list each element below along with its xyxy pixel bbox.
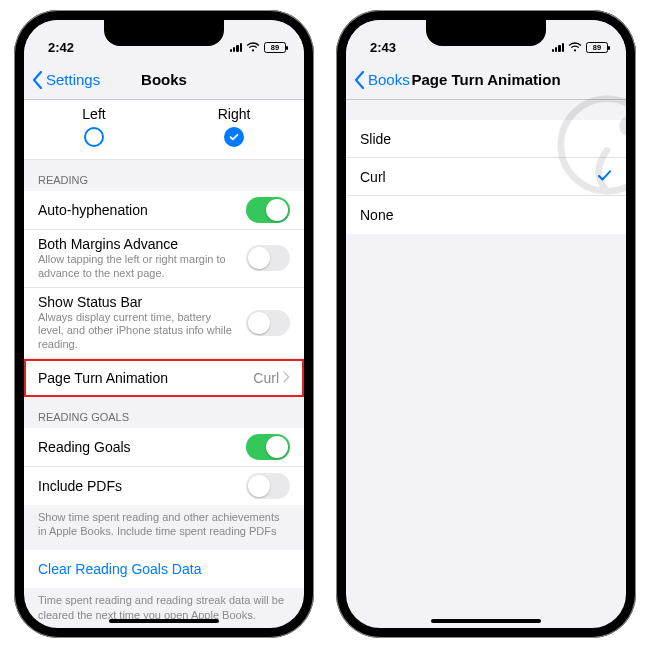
row-include-pdfs[interactable]: Include PDFs: [24, 467, 304, 505]
wifi-icon: [568, 42, 582, 53]
row-auto-hyphenation[interactable]: Auto-hyphenation: [24, 191, 304, 230]
wifi-icon: [246, 42, 260, 53]
svg-point-1: [619, 116, 626, 136]
row-page-turn-animation[interactable]: Page Turn Animation Curl: [24, 359, 304, 397]
back-button[interactable]: Settings: [32, 71, 100, 89]
tap-area-left-label: Left: [24, 106, 164, 122]
tap-area-right[interactable]: Right: [164, 106, 304, 147]
watermark-icon: [552, 90, 626, 200]
status-time: 2:42: [48, 40, 74, 55]
chevron-right-icon: [283, 370, 290, 386]
toggle-reading-goals[interactable]: [246, 434, 290, 460]
phone-left: 2:42 89 Settings Books Left Right: [14, 10, 314, 638]
section-header-reading: READING: [24, 160, 304, 191]
home-indicator[interactable]: [431, 619, 541, 623]
back-button[interactable]: Books: [354, 71, 410, 89]
chevron-left-icon: [32, 71, 43, 89]
row-reading-goals[interactable]: Reading Goals: [24, 428, 304, 467]
tap-area-segment: Left Right: [24, 100, 304, 160]
footer-clear: Time spent reading and reading streak da…: [24, 588, 304, 622]
footer-goals: Show time spent reading and other achiev…: [24, 505, 304, 539]
section-header-goals: READING GOALS: [24, 397, 304, 428]
nav-bar: Settings Books: [24, 60, 304, 100]
settings-scroll[interactable]: Left Right READING Auto-hyphenation Both…: [24, 100, 304, 628]
back-label: Settings: [46, 71, 100, 88]
tap-area-left[interactable]: Left: [24, 106, 164, 147]
cellular-icon: [230, 42, 242, 52]
notch: [426, 20, 546, 46]
cellular-icon: [552, 42, 564, 52]
back-label: Books: [368, 71, 410, 88]
status-time: 2:43: [370, 40, 396, 55]
battery-icon: 89: [586, 42, 608, 53]
toggle-show-status-bar[interactable]: [246, 310, 290, 336]
svg-point-0: [561, 99, 626, 191]
row-both-margins[interactable]: Both Margins Advance Allow tapping the l…: [24, 230, 304, 288]
page-turn-value: Curl: [253, 370, 279, 386]
check-icon: [228, 131, 240, 143]
toggle-both-margins[interactable]: [246, 245, 290, 271]
tap-area-right-label: Right: [164, 106, 304, 122]
toggle-include-pdfs[interactable]: [246, 473, 290, 499]
row-clear-goals[interactable]: Clear Reading Goals Data: [24, 550, 304, 588]
home-indicator[interactable]: [109, 619, 219, 623]
notch: [104, 20, 224, 46]
chevron-left-icon: [354, 71, 365, 89]
row-show-status-bar[interactable]: Show Status Bar Always display current t…: [24, 288, 304, 359]
option-none[interactable]: None: [346, 196, 626, 234]
phone-right: 2:43 89 Books Page Turn Animation Slide: [336, 10, 636, 638]
battery-icon: 89: [264, 42, 286, 53]
toggle-auto-hyphenation[interactable]: [246, 197, 290, 223]
